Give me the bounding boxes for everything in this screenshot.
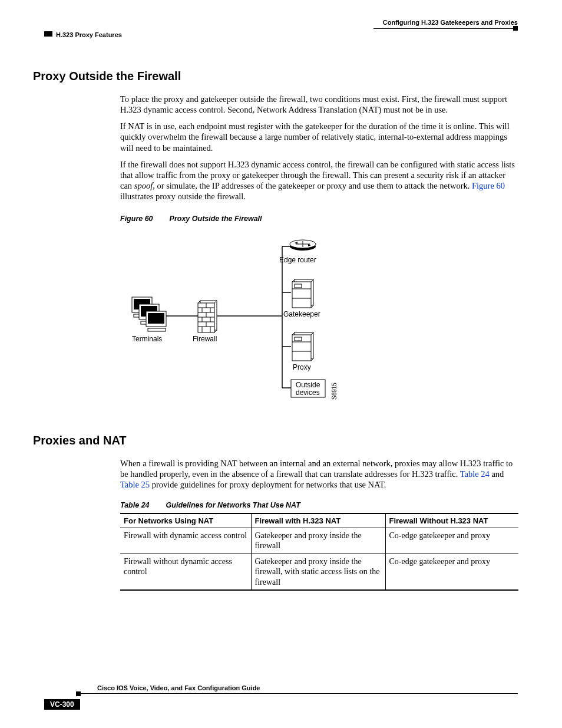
- figure-title: Proxy Outside the Firewall: [170, 215, 262, 223]
- svg-line-25: [292, 332, 295, 335]
- table-row: Firewall without dynamic access control …: [120, 554, 518, 590]
- header-left-marker: [44, 31, 52, 37]
- section2-p1b: and: [490, 469, 504, 479]
- header-right-rule: [373, 28, 518, 29]
- table-header-row: For Networks Using NAT Firewall with H.3…: [120, 513, 518, 528]
- cell-r2c1: Firewall without dynamic access control: [120, 554, 251, 590]
- section2-heading: Proxies and NAT: [33, 434, 518, 447]
- firewall-label: Firewall: [193, 335, 217, 343]
- table24-ref-link[interactable]: Table 24: [460, 469, 490, 479]
- cell-r1c2: Gatekeeper and proxy inside the firewall: [251, 528, 385, 554]
- outside-label1: Outside: [296, 381, 320, 389]
- cell-r1c3: Co-edge gatekeeper and proxy: [385, 528, 518, 554]
- footer-bar: [76, 691, 81, 696]
- section1-p3: If the firewall does not support H.323 d…: [120, 159, 518, 202]
- outside-label2: devices: [296, 388, 320, 397]
- cell-r1c1: Firewall with dynamic access control: [120, 528, 251, 554]
- table-caption: Table 24Guidelines for Networks That Use…: [120, 501, 518, 509]
- svg-line-17: [292, 279, 295, 282]
- terminals-icon: [132, 297, 166, 331]
- page-number: VC-300: [44, 699, 80, 710]
- svg-rect-22: [295, 337, 302, 341]
- footer-rule: [76, 693, 518, 694]
- section1-p1: To place the proxy and gatekeeper outsid…: [120, 94, 518, 115]
- th-c2: Firewall with H.323 NAT: [251, 513, 385, 528]
- nat-guidelines-table: For Networks Using NAT Firewall with H.3…: [120, 513, 518, 591]
- footer-title: Cisco IOS Voice, Video, and Fax Configur…: [97, 684, 260, 691]
- svg-rect-56: [148, 313, 164, 324]
- gatekeeper-label: Gatekeeper: [283, 310, 320, 318]
- th-c1: For Networks Using NAT: [120, 513, 251, 528]
- svg-line-45: [198, 301, 200, 303]
- svg-line-19: [311, 305, 313, 308]
- proxy-label: Proxy: [293, 363, 311, 371]
- svg-line-27: [311, 358, 313, 361]
- table-row: Firewall with dynamic access control Gat…: [120, 528, 518, 554]
- gatekeeper-icon: [292, 279, 313, 308]
- edge-router-label: Edge router: [279, 256, 316, 264]
- content: Proxy Outside the Firewall To place the …: [33, 70, 518, 591]
- edge-router-icon: [290, 240, 316, 251]
- figure60-ref-link[interactable]: Figure 60: [472, 181, 505, 190]
- figure-label: Figure 60: [120, 215, 153, 223]
- th-c3: Firewall Without H.323 NAT: [385, 513, 518, 528]
- section2-p1a: When a firewall is providing NAT between…: [120, 459, 513, 479]
- svg-line-47: [214, 330, 217, 332]
- page: Configuring H.323 Gatekeepers and Proxie…: [0, 0, 562, 728]
- header-chapter: Configuring H.323 Gatekeepers and Proxie…: [383, 19, 518, 26]
- section2-p1c: provide guidelines for proxy deployment …: [150, 480, 386, 489]
- proxy-icon: [292, 332, 313, 361]
- table-label: Table 24: [120, 501, 150, 509]
- section2-p1: When a firewall is providing NAT between…: [120, 458, 518, 490]
- svg-rect-57: [148, 328, 166, 331]
- diagram-svg: [120, 229, 415, 417]
- header-right-marker: [513, 26, 518, 31]
- svg-rect-14: [295, 284, 302, 288]
- section2-body: When a firewall is providing NAT between…: [120, 458, 518, 490]
- figure-caption: Figure 60Proxy Outside the Firewall: [120, 215, 518, 223]
- table25-ref-link[interactable]: Table 25: [120, 480, 150, 489]
- section1-body: To place the proxy and gatekeeper outsid…: [120, 94, 518, 202]
- section1-p3c: illustrates proxy outside the firewall.: [120, 192, 246, 201]
- spoof-italic: spoof: [134, 181, 153, 190]
- section1-p2: If NAT is in use, each endpoint must reg…: [120, 121, 518, 153]
- table-title: Guidelines for Networks That Use NAT: [166, 501, 300, 509]
- cell-r2c3: Co-edge gatekeeper and proxy: [385, 554, 518, 590]
- firewall-icon: [198, 301, 217, 332]
- terminals-label: Terminals: [132, 335, 162, 343]
- figure-diagram: Edge router Gatekeeper Terminals Firewal…: [120, 229, 415, 417]
- cell-r2c2: Gatekeeper and proxy inside the firewall…: [251, 554, 385, 590]
- header-section: H.323 Proxy Features: [56, 31, 122, 38]
- section1-heading: Proxy Outside the Firewall: [33, 70, 518, 83]
- figure-side-num: S6915: [331, 383, 338, 400]
- section1-p3b: , or simulate, the IP addresses of the g…: [153, 181, 472, 190]
